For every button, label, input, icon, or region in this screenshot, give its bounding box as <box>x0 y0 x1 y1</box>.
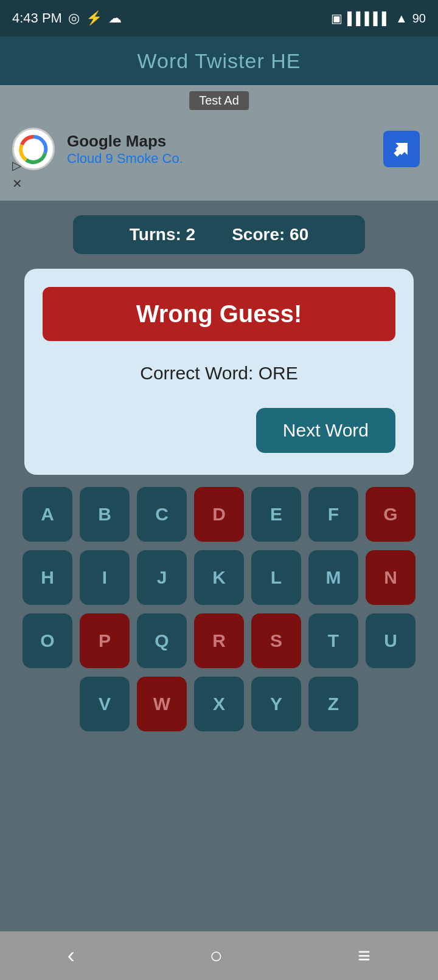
key-a[interactable]: A <box>23 487 72 542</box>
cloud-icon: ☁ <box>108 10 122 26</box>
keyboard-row: HIJKLMN <box>6 550 432 605</box>
app-title: Word Twister HE <box>137 49 301 73</box>
ad-banner: Test Ad Google Maps Cloud 9 Smoke Co. ▷ … <box>0 85 438 201</box>
usb-icon: ⚡ <box>86 10 102 26</box>
key-y[interactable]: Y <box>251 677 301 731</box>
vibrate-icon: ▣ <box>331 11 342 26</box>
key-r[interactable]: R <box>194 613 244 668</box>
status-right: ▣ ▌▌▌▌▌ ▲ 90 <box>331 11 426 26</box>
key-m[interactable]: M <box>308 550 358 605</box>
key-h[interactable]: H <box>23 550 72 605</box>
signal-icon: ▌▌▌▌▌ <box>347 12 391 26</box>
keyboard-row: ABCDEFG <box>6 487 432 542</box>
key-b[interactable]: B <box>80 487 130 542</box>
menu-button[interactable]: ≡ <box>358 943 370 968</box>
key-s[interactable]: S <box>251 613 301 668</box>
ad-controls: ▷ ✕ <box>12 158 23 191</box>
status-bar: 4:43 PM ◎ ⚡ ☁ ▣ ▌▌▌▌▌ ▲ 90 <box>0 0 438 36</box>
ad-text: Google Maps Cloud 9 Smoke Co. <box>67 132 183 167</box>
ad-arrow-icon[interactable] <box>383 131 420 167</box>
status-left: 4:43 PM ◎ ⚡ ☁ <box>12 10 122 26</box>
title-bar: Word Twister HE <box>0 36 438 85</box>
key-o[interactable]: O <box>23 613 72 668</box>
whatsapp-icon: ◎ <box>68 10 80 26</box>
key-j[interactable]: J <box>137 550 187 605</box>
key-c[interactable]: C <box>137 487 187 542</box>
key-t[interactable]: T <box>308 613 358 668</box>
key-l[interactable]: L <box>251 550 301 605</box>
ad-close-icon[interactable]: ✕ <box>12 176 23 191</box>
keyboard-row: VWXYZ <box>6 677 432 731</box>
key-u[interactable]: U <box>366 613 415 668</box>
nav-bar: ‹ ○ ≡ <box>0 931 438 980</box>
turns-display: Turns: 2 <box>130 225 195 244</box>
time-display: 4:43 PM <box>12 10 62 26</box>
wrong-guess-text: Wrong Guess! <box>136 300 302 327</box>
score-bar: Turns: 2 Score: 60 <box>73 215 365 254</box>
key-k[interactable]: K <box>194 550 244 605</box>
keyboard: ABCDEFGHIJKLMNOPQRSTUVWXYZ <box>0 475 438 746</box>
score-display: Score: 60 <box>232 225 308 244</box>
next-word-button[interactable]: Next Word <box>256 408 395 453</box>
key-i[interactable]: I <box>80 550 130 605</box>
key-q[interactable]: Q <box>137 613 187 668</box>
key-w[interactable]: W <box>137 677 187 731</box>
wifi-icon: ▲ <box>395 12 408 26</box>
back-button[interactable]: ‹ <box>68 943 75 968</box>
ad-play-icon[interactable]: ▷ <box>12 158 23 173</box>
wrong-guess-banner: Wrong Guess! <box>43 287 395 341</box>
google-logo-icon <box>18 134 49 164</box>
key-e[interactable]: E <box>251 487 301 542</box>
key-g[interactable]: G <box>366 487 415 542</box>
key-d[interactable]: D <box>194 487 244 542</box>
battery-display: 90 <box>412 12 426 26</box>
key-z[interactable]: Z <box>308 677 358 731</box>
key-n[interactable]: N <box>366 550 415 605</box>
key-x[interactable]: X <box>194 677 244 731</box>
key-f[interactable]: F <box>308 487 358 542</box>
ad-company: Google Maps <box>67 132 183 151</box>
result-dialog: Wrong Guess! Correct Word: ORE Next Word <box>24 269 414 475</box>
home-button[interactable]: ○ <box>210 943 223 968</box>
keyboard-row: OPQRSTU <box>6 613 432 668</box>
ad-subtitle: Cloud 9 Smoke Co. <box>67 151 183 167</box>
key-v[interactable]: V <box>80 677 130 731</box>
key-p[interactable]: P <box>80 613 130 668</box>
correct-word-display: Correct Word: ORE <box>43 363 395 384</box>
ad-content: Google Maps Cloud 9 Smoke Co. <box>12 128 183 170</box>
ad-label: Test Ad <box>189 91 249 110</box>
